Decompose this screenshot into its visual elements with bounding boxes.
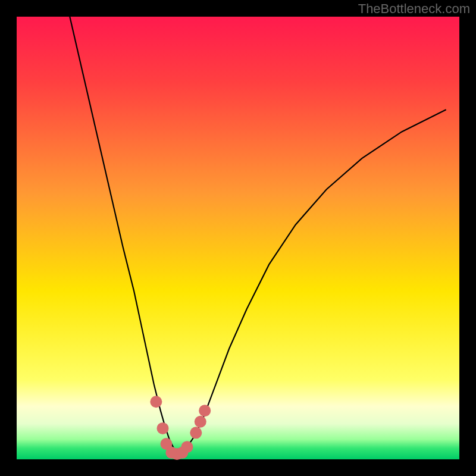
data-point [195,416,206,428]
bottleneck-chart [0,0,476,476]
chart-container: TheBottleneck.com [0,0,476,476]
data-point [190,427,202,439]
watermark-text: TheBottleneck.com [358,1,470,17]
data-point [181,441,193,453]
plot-background [17,17,459,459]
data-point [150,396,162,408]
data-point [199,405,211,416]
data-point [157,422,169,434]
